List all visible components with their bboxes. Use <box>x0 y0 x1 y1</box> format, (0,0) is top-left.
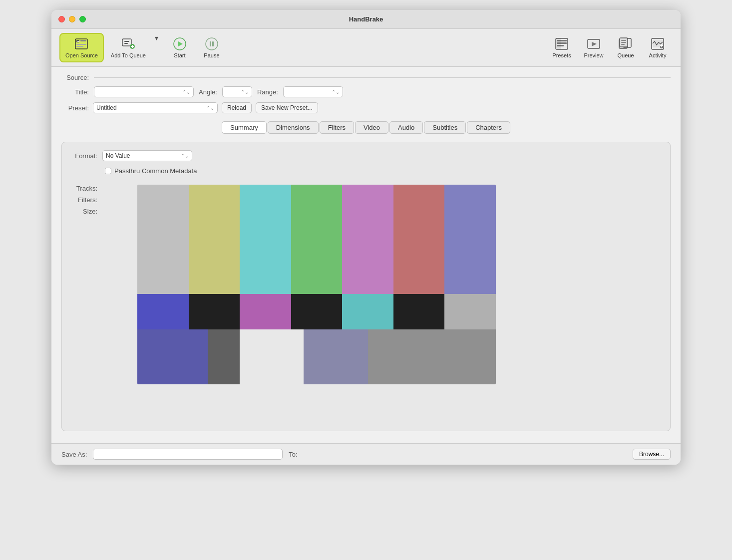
range-select[interactable]: ⌃⌄ <box>283 86 343 97</box>
color-bars-top <box>137 185 496 294</box>
queue-button[interactable]: Queue <box>611 34 641 61</box>
svg-point-11 <box>206 38 218 50</box>
main-window: HandBrake Open Source <box>51 10 681 465</box>
window-title: HandBrake <box>349 15 383 23</box>
activity-label: Activity <box>649 52 667 58</box>
preview-button[interactable]: Preview <box>579 34 609 61</box>
pause-label: Pause <box>204 52 219 58</box>
presets-button[interactable]: Presets <box>547 34 577 61</box>
source-row: Source: <box>61 74 671 81</box>
tab-summary[interactable]: Summary <box>222 121 267 134</box>
filters-label: Filters: <box>70 196 97 204</box>
format-row: Format: No Value ⌃⌄ <box>70 150 662 161</box>
tab-filters[interactable]: Filters <box>320 121 354 134</box>
svg-marker-20 <box>592 42 597 46</box>
svg-rect-3 <box>76 44 86 45</box>
bar-bot-2 <box>208 329 240 384</box>
tab-dimensions[interactable]: Dimensions <box>268 121 319 134</box>
start-icon <box>173 37 187 51</box>
save-new-preset-button[interactable]: Save New Preset... <box>256 102 318 113</box>
open-source-button[interactable]: Open Source <box>59 33 104 62</box>
bar-top-1 <box>137 185 189 294</box>
bar-top-4 <box>291 185 343 294</box>
size-label: Size: <box>70 208 97 215</box>
start-button[interactable]: Start <box>165 34 195 61</box>
pause-button[interactable]: Pause <box>197 34 227 61</box>
info-rows: Tracks: Filters: Size: <box>70 185 97 384</box>
browse-button[interactable]: Browse... <box>633 449 671 460</box>
start-label: Start <box>174 52 185 58</box>
preset-value: Untitled <box>96 104 117 111</box>
svg-rect-32 <box>661 44 662 47</box>
queue-label: Queue <box>617 52 634 58</box>
bar-mid-6 <box>393 294 445 329</box>
color-bars-middle <box>137 294 496 329</box>
tab-chapters[interactable]: Chapters <box>467 121 510 134</box>
title-chevron-icon: ⌃⌄ <box>182 89 190 95</box>
range-chevron-icon: ⌃⌄ <box>332 89 340 95</box>
open-source-icon <box>74 37 88 51</box>
summary-body: Tracks: Filters: Size: <box>70 183 662 384</box>
pause-icon <box>205 37 219 51</box>
preset-select[interactable]: Untitled ⌃⌄ <box>93 102 218 113</box>
title-bar: HandBrake <box>51 10 681 29</box>
toolbar-right: Presets Preview Queue <box>547 34 673 61</box>
source-separator <box>94 77 671 78</box>
svg-rect-25 <box>621 40 626 41</box>
preview-label: Preview <box>584 52 603 58</box>
preset-row: Preset: Untitled ⌃⌄ Reload Save New Pres… <box>61 102 671 113</box>
bar-top-3 <box>240 185 291 294</box>
svg-rect-5 <box>122 39 131 46</box>
add-to-queue-dropdown[interactable]: ▾ <box>151 34 163 61</box>
filters-row: Filters: <box>70 196 97 204</box>
save-as-input[interactable] <box>93 449 283 460</box>
bar-top-6 <box>393 185 445 294</box>
svg-rect-12 <box>210 41 211 46</box>
activity-button[interactable]: Activity <box>643 34 673 61</box>
title-select[interactable]: ⌃⌄ <box>94 86 194 97</box>
add-to-queue-label: Add To Queue <box>111 52 146 58</box>
preview-icon <box>587 37 601 51</box>
bar-top-2 <box>189 185 240 294</box>
preset-chevron-icon: ⌃⌄ <box>206 105 214 111</box>
maximize-button[interactable] <box>79 16 86 22</box>
size-row: Size: <box>70 208 97 215</box>
svg-rect-13 <box>212 41 214 46</box>
bar-mid-7 <box>444 294 496 329</box>
traffic-lights <box>58 16 86 22</box>
bar-mid-1 <box>137 294 189 329</box>
passthru-checkbox[interactable] <box>105 168 111 174</box>
preview-image <box>137 185 496 384</box>
svg-rect-2 <box>80 40 86 41</box>
add-to-queue-icon <box>121 37 135 51</box>
tab-subtitles[interactable]: Subtitles <box>424 121 466 134</box>
tab-video[interactable]: Video <box>355 121 388 134</box>
bar-bot-1 <box>137 329 208 384</box>
preset-label: Preset: <box>61 104 89 112</box>
range-label: Range: <box>257 88 278 96</box>
color-bars-bottom <box>137 329 496 384</box>
tracks-label: Tracks: <box>70 185 97 192</box>
to-label: To: <box>289 451 297 458</box>
tabs-row: Summary Dimensions Filters Video Audio S… <box>61 121 671 134</box>
activity-icon <box>651 37 665 51</box>
reload-button[interactable]: Reload <box>222 102 252 113</box>
svg-rect-7 <box>124 43 128 44</box>
title-row: Title: ⌃⌄ Angle: ⌃⌄ Range: ⌃⌄ <box>61 86 671 97</box>
angle-select[interactable]: ⌃⌄ <box>222 86 252 97</box>
passthru-row: Passthru Common Metadata <box>105 167 662 175</box>
format-select[interactable]: No Value ⌃⌄ <box>102 150 192 161</box>
chevron-down-icon: ▾ <box>155 34 158 42</box>
close-button[interactable] <box>58 16 65 22</box>
add-to-queue-button[interactable]: Add To Queue <box>106 34 151 61</box>
minimize-button[interactable] <box>69 16 75 22</box>
bar-mid-5 <box>342 294 393 329</box>
add-to-queue-group: Add To Queue ▾ <box>106 34 163 61</box>
format-label: Format: <box>70 152 97 160</box>
bar-mid-4 <box>291 294 343 329</box>
tab-audio[interactable]: Audio <box>389 121 423 134</box>
bar-bot-4 <box>304 329 367 384</box>
main-content: Source: Title: ⌃⌄ Angle: ⌃⌄ Range: ⌃⌄ Pr… <box>51 67 681 438</box>
source-label: Source: <box>61 74 89 81</box>
passthru-label: Passthru Common Metadata <box>114 167 197 175</box>
